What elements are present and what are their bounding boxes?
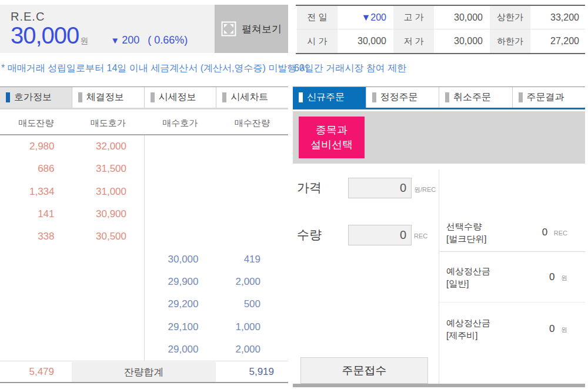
estimated-settlement-general-block: 예상정산금 [일반] 0 원 bbox=[439, 252, 585, 302]
expand-icon bbox=[221, 21, 236, 36]
settlement-jeju-unit: 원 bbox=[561, 326, 567, 333]
ask-qty: 338 bbox=[0, 225, 72, 248]
price-input-unit: 원/REC bbox=[414, 185, 436, 194]
ask-total: 5,479 bbox=[0, 362, 72, 382]
ask-qty: 686 bbox=[0, 158, 72, 180]
bid-price: 29,900 bbox=[144, 271, 216, 293]
tab-label: 취소주문 bbox=[453, 91, 491, 104]
high-label: 고 가 bbox=[392, 6, 435, 29]
bid-qty: 419 bbox=[216, 248, 289, 270]
settlement-jeju-label-line1: 예상정산금 bbox=[446, 317, 490, 329]
upper-limit-label: 상한가 bbox=[489, 6, 532, 29]
tab-cancel-order[interactable]: 취소주문 bbox=[439, 87, 512, 108]
upper-limit-value: 33,200 bbox=[532, 6, 585, 29]
submit-order-button[interactable]: 주문접수 bbox=[300, 357, 428, 384]
prev-day-label: 전 일 bbox=[296, 6, 339, 29]
tab-market-chart[interactable]: 시세차트 bbox=[216, 87, 288, 108]
daily-summary-table: 전 일 ▼200 고 가 30,000 상한가 33,200 시 가 30,00… bbox=[296, 5, 585, 54]
open-value: 30,000 bbox=[339, 29, 392, 53]
bid-qty: 500 bbox=[216, 293, 289, 315]
tab-label: 주문결과 bbox=[527, 91, 564, 104]
settlement-jeju-value: 0 bbox=[549, 323, 554, 334]
selected-qty-value: 0 bbox=[542, 227, 547, 238]
col-ask-price: 매도호가 bbox=[72, 112, 145, 134]
tab-marker-icon bbox=[372, 92, 376, 102]
lower-limit-label: 하한가 bbox=[489, 29, 532, 53]
lower-limit-value: 27,200 bbox=[532, 29, 585, 53]
ask-qty: 2,980 bbox=[0, 135, 72, 158]
selected-qty-label-line1: 선택수량 bbox=[446, 220, 486, 232]
select-button-line2: 설비선택 bbox=[310, 138, 353, 152]
tab-marker-icon bbox=[78, 92, 82, 102]
tab-new-order[interactable]: 신규주문 bbox=[293, 87, 366, 108]
tab-market-info[interactable]: 시세정보 bbox=[144, 87, 216, 108]
tab-marker-icon bbox=[445, 92, 449, 102]
price-label: 가격 bbox=[297, 179, 322, 196]
tab-label: 신규주문 bbox=[307, 91, 345, 104]
prev-day-value: ▼200 bbox=[339, 6, 392, 29]
tab-modify-order[interactable]: 정정주문 bbox=[366, 87, 439, 108]
settlement-jeju-label-line2: [제주비] bbox=[446, 329, 490, 341]
bid-total: 5,919 bbox=[216, 362, 288, 382]
down-arrow-icon: ▼ bbox=[111, 35, 119, 45]
orderbook-footer: 5,479 잔량합계 5,919 bbox=[0, 362, 288, 383]
ask-qty: 1,334 bbox=[0, 181, 72, 203]
tab-marker-icon bbox=[151, 92, 155, 102]
current-price: 30,000 bbox=[11, 22, 79, 49]
col-bid-qty: 매수잔량 bbox=[216, 112, 289, 134]
quote-header: R.E.C 30,000 원 ▼ 200 ( 0.66%) 펼쳐보기 bbox=[0, 5, 288, 53]
ask-qty: 141 bbox=[0, 203, 72, 225]
select-item-facility-button[interactable]: 종목과 설비선택 bbox=[299, 117, 365, 158]
quote-info: R.E.C 30,000 원 ▼ 200 ( 0.66%) bbox=[0, 5, 215, 53]
tab-marker-icon bbox=[222, 92, 226, 102]
submit-order-label: 주문접수 bbox=[342, 363, 387, 378]
tab-marker-icon bbox=[6, 92, 10, 102]
notice-text-left: * 매매거래 성립일로부터 14일 이내 세금계산서 (계산서,영수증) 미발행… bbox=[1, 62, 309, 75]
tab-order-result[interactable]: 주문결과 bbox=[512, 87, 586, 108]
bid-price: 30,000 bbox=[144, 248, 216, 270]
ask-price: 32,000 bbox=[72, 135, 145, 158]
selected-qty-label-line2: [벌크단위] bbox=[446, 232, 486, 245]
selected-qty-block: 선택수량 [벌크단위] 0 REC bbox=[439, 213, 585, 252]
total-label: 잔량합계 bbox=[72, 362, 216, 382]
orderbook-tabbar: 호가정보 체결정보 시세정보 시세차트 bbox=[0, 87, 288, 109]
symbol-name: R.E.C bbox=[11, 10, 215, 24]
low-label: 저 가 bbox=[392, 29, 435, 53]
orderbook-column-header: 매도잔량 매도호가 매수호가 매수잔량 bbox=[0, 112, 288, 135]
settlement-general-label-line1: 예상정산금 bbox=[446, 265, 490, 277]
estimated-settlement-jeju-block: 예상정산금 [제주비] 0 원 bbox=[439, 303, 585, 355]
settlement-general-unit: 원 bbox=[561, 274, 567, 281]
expand-button[interactable]: 펼쳐보기 bbox=[215, 5, 288, 53]
bid-price: 29,000 bbox=[144, 338, 216, 361]
price-input[interactable] bbox=[348, 178, 412, 198]
tab-label: 체결정보 bbox=[86, 91, 124, 104]
tab-quote-info[interactable]: 호가정보 bbox=[0, 87, 72, 108]
tab-marker-icon bbox=[299, 92, 303, 102]
ask-price: 30,900 bbox=[72, 203, 145, 225]
order-tabbar: 신규주문 정정주문 취소주문 주문결과 bbox=[293, 87, 585, 109]
ask-price: 31,000 bbox=[72, 181, 145, 203]
col-ask-qty: 매도잔량 bbox=[0, 112, 72, 134]
quantity-input[interactable] bbox=[348, 225, 412, 245]
bid-qty: 2,000 bbox=[216, 271, 289, 293]
quantity-label: 수량 bbox=[297, 227, 322, 243]
tab-execution-info[interactable]: 체결정보 bbox=[72, 87, 144, 108]
notice-text-right: 60일간 거래시장 참여 제한 bbox=[294, 62, 406, 75]
tab-label: 호가정보 bbox=[14, 91, 52, 104]
price-unit: 원 bbox=[80, 36, 88, 46]
ask-price: 30,500 bbox=[72, 225, 145, 248]
expand-button-label: 펼쳐보기 bbox=[242, 22, 282, 36]
change-percent: ( 0.66%) bbox=[148, 34, 188, 46]
ask-price: 31,500 bbox=[72, 158, 145, 180]
bid-qty: 1,000 bbox=[216, 315, 289, 338]
quantity-input-unit: REC bbox=[414, 232, 427, 240]
price-change: ▼ 200 ( 0.66%) bbox=[111, 34, 188, 46]
select-button-line1: 종목과 bbox=[316, 123, 348, 138]
tab-marker-icon bbox=[519, 92, 523, 102]
high-value: 30,000 bbox=[435, 6, 489, 29]
bid-qty: 2,000 bbox=[216, 338, 289, 361]
open-label: 시 가 bbox=[296, 29, 339, 53]
bid-price: 29,100 bbox=[144, 315, 216, 338]
settlement-general-label-line2: [일반] bbox=[446, 277, 490, 290]
tab-label: 시세차트 bbox=[230, 91, 268, 104]
